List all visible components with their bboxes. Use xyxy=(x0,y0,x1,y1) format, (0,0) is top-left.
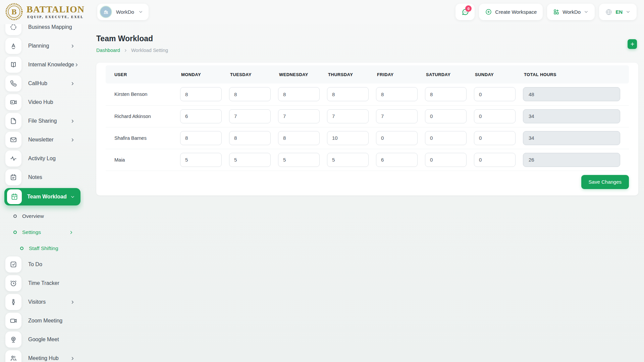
sidebar-item-team-workload[interactable]: Team Workload xyxy=(4,188,80,205)
circle-bullet-icon xyxy=(13,231,17,234)
column-header-wednesday: WEDNESDAY xyxy=(278,65,327,83)
top-header: B BATTALION EQUIP, EXECUTE, EXEL WorkDo xyxy=(0,0,644,24)
hours-input-friday[interactable] xyxy=(376,87,418,101)
table-row: Kirsten Benson xyxy=(106,83,629,105)
hours-input-friday[interactable] xyxy=(376,153,418,167)
total-hours-input xyxy=(523,153,620,167)
workspace-switcher[interactable]: WorkDo xyxy=(97,4,149,20)
activity-icon xyxy=(5,150,21,167)
column-header-tuesday: TUESDAY xyxy=(229,65,278,83)
hours-input-saturday[interactable] xyxy=(425,153,467,167)
total-hours-input xyxy=(523,109,620,123)
hours-input-tuesday[interactable] xyxy=(229,131,271,145)
user-name: Shafira Barnes xyxy=(106,127,180,149)
column-header-monday: MONDAY xyxy=(180,65,229,83)
add-button[interactable] xyxy=(628,39,637,49)
sidebar-item-callhub[interactable]: CallHub xyxy=(0,75,84,92)
sidebar-item-label: Team Workload xyxy=(27,194,67,200)
save-changes-button[interactable]: Save Changes xyxy=(581,175,629,189)
sidebar-item-video-hub[interactable]: Video Hub xyxy=(0,94,84,110)
brand-logo[interactable]: B BATTALION EQUIP, EXECUTE, EXEL xyxy=(5,3,85,20)
sidebar-item-time-tracker[interactable]: Time Tracker xyxy=(0,275,84,291)
hours-input-wednesday[interactable] xyxy=(278,131,320,145)
workdo-menu-button[interactable]: WorkDo xyxy=(547,4,595,20)
hours-input-tuesday[interactable] xyxy=(229,109,271,123)
sidebar-item-planning[interactable]: Planning xyxy=(0,38,84,54)
hours-input-sunday[interactable] xyxy=(474,131,516,145)
column-header-user: USER xyxy=(106,65,180,83)
create-workspace-button[interactable]: Create Workspace xyxy=(479,4,543,20)
table-row: Shafira Barnes xyxy=(106,127,629,149)
plus-circle-icon xyxy=(485,8,492,15)
chevron-down-icon xyxy=(584,9,589,14)
sidebar-nav: Business MappingPlanningInternal Knowled… xyxy=(0,24,84,362)
column-header-thursday: THURSDAY xyxy=(327,65,376,83)
globe-icon xyxy=(605,8,612,16)
hours-input-sunday[interactable] xyxy=(474,109,516,123)
language-selector[interactable]: EN xyxy=(599,4,637,20)
sidebar-item-label: Visitors xyxy=(28,299,46,305)
chevron-down-icon xyxy=(626,9,631,14)
hours-input-friday[interactable] xyxy=(376,109,418,123)
chevron-down-icon xyxy=(70,194,75,199)
sidebar-item-to-do[interactable]: To Do xyxy=(0,256,84,273)
hours-input-tuesday[interactable] xyxy=(229,153,271,167)
sidebar-subitem-settings[interactable]: Settings xyxy=(0,224,84,240)
sidebar-item-newsletter[interactable]: Newsletter xyxy=(0,132,84,148)
sidebar-item-visitors[interactable]: Visitors xyxy=(0,294,84,310)
sidebar-item-label: Settings xyxy=(22,229,41,235)
sidebar-item-label: Newsletter xyxy=(28,137,54,143)
hours-input-sunday[interactable] xyxy=(474,153,516,167)
messages-button[interactable]: 0 xyxy=(455,4,475,20)
hours-input-friday[interactable] xyxy=(376,131,418,145)
hours-input-monday[interactable] xyxy=(180,131,222,145)
sidebar-item-internal-knowledge[interactable]: Internal Knowledge xyxy=(0,57,84,73)
circle-bullet-icon xyxy=(20,247,23,250)
hours-input-saturday[interactable] xyxy=(425,109,467,123)
sidebar-item-label: Internal Knowledge xyxy=(28,62,74,68)
messages-badge: 0 xyxy=(465,5,472,12)
person-icon xyxy=(5,294,21,310)
chevron-right-icon xyxy=(70,300,75,305)
book-icon xyxy=(5,57,21,73)
sidebar-item-label: Planning xyxy=(28,43,49,49)
breadcrumb-dashboard-link[interactable]: Dashboard xyxy=(96,48,120,53)
column-header-saturday: SATURDAY xyxy=(425,65,474,83)
sidebar-subitem-staff-shifting[interactable]: Staff Shifting xyxy=(0,240,84,256)
hours-input-thursday[interactable] xyxy=(327,109,369,123)
sidebar-item-activity-log[interactable]: Activity Log xyxy=(0,150,84,167)
brand-emblem-icon: B xyxy=(5,3,23,20)
sidebar-item-google-meet[interactable]: Google Meet xyxy=(0,331,84,348)
total-hours-input xyxy=(523,131,620,145)
hours-input-monday[interactable] xyxy=(180,87,222,101)
column-header-total-hours: TOTAL HOURS xyxy=(523,65,629,83)
letter-a-icon xyxy=(5,38,21,54)
brand-tagline: EQUIP, EXECUTE, EXEL xyxy=(26,15,85,19)
sidebar-item-business-mapping[interactable]: Business Mapping xyxy=(0,24,84,35)
sidebar-item-label: Google Meet xyxy=(28,337,59,343)
hours-input-tuesday[interactable] xyxy=(229,87,271,101)
sidebar-item-notes[interactable]: Notes xyxy=(0,169,84,185)
hours-input-saturday[interactable] xyxy=(425,131,467,145)
loader-icon xyxy=(5,24,21,35)
note-icon xyxy=(5,169,21,185)
sidebar-subitem-overview[interactable]: Overview xyxy=(0,208,84,224)
hours-input-saturday[interactable] xyxy=(425,87,467,101)
alarm-icon xyxy=(5,275,21,291)
hours-input-wednesday[interactable] xyxy=(278,109,320,123)
hours-input-thursday[interactable] xyxy=(327,87,369,101)
users-icon xyxy=(5,350,21,362)
sidebar-item-zoom-meeting[interactable]: Zoom Meeting xyxy=(0,313,84,329)
sidebar-item-file-sharing[interactable]: File Sharing xyxy=(0,113,84,129)
sidebar-item-meeting-hub[interactable]: Meeting Hub xyxy=(0,350,84,362)
hours-input-thursday[interactable] xyxy=(327,131,369,145)
table-header-row: USERMONDAYTUESDAYWEDNESDAYTHURSDAYFRIDAY… xyxy=(106,65,629,83)
hours-input-monday[interactable] xyxy=(180,109,222,123)
hours-input-monday[interactable] xyxy=(180,153,222,167)
hours-input-sunday[interactable] xyxy=(474,87,516,101)
hours-input-thursday[interactable] xyxy=(327,153,369,167)
hours-input-wednesday[interactable] xyxy=(278,153,320,167)
create-workspace-label: Create Workspace xyxy=(495,9,537,15)
column-header-friday: FRIDAY xyxy=(376,65,425,83)
hours-input-wednesday[interactable] xyxy=(278,87,320,101)
